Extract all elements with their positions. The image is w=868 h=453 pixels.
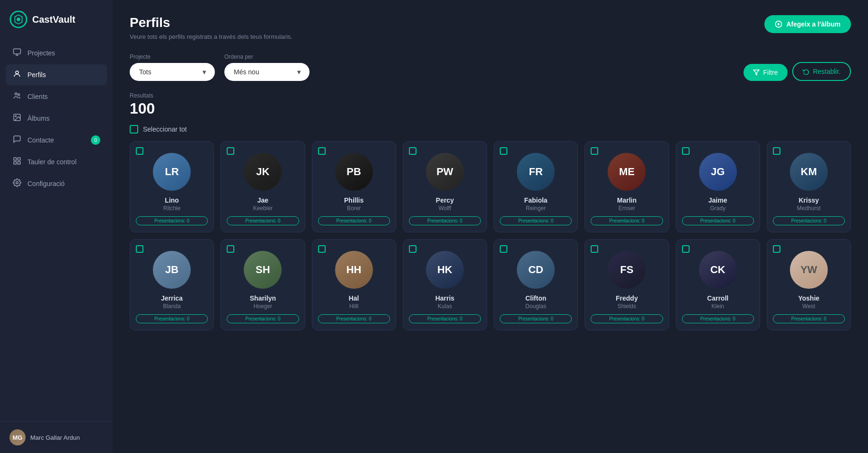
profile-card-checkbox[interactable]: [591, 147, 598, 155]
profile-card-checkbox[interactable]: [773, 147, 780, 155]
sidebar-item-clients[interactable]: Clients: [6, 86, 107, 107]
profile-first-name: Lino: [136, 196, 208, 204]
profile-card[interactable]: PW Percy Wolff Presentacions: 0: [403, 141, 487, 232]
profile-avatar: JG: [699, 153, 737, 191]
projectes-icon: [12, 48, 22, 58]
filter-icon: [753, 69, 760, 76]
logo: CastVault: [0, 0, 113, 39]
reset-button-label: Restablir.: [813, 68, 841, 75]
sidebar-item-projectes[interactable]: Projectes: [6, 43, 107, 63]
profile-card[interactable]: SH Sharilyn Hoeger Presentacions: 0: [221, 239, 305, 330]
add-to-album-button[interactable]: Afegeix a l'àlbum: [764, 15, 851, 33]
profile-card-checkbox[interactable]: [318, 147, 326, 155]
perfils-icon: [12, 70, 22, 80]
profile-card[interactable]: LR Lino Ritchie Presentacions: 0: [130, 141, 214, 232]
profile-first-name: Clifton: [500, 294, 572, 302]
profile-last-name: Wolff: [409, 205, 481, 212]
profile-last-name: Klein: [682, 303, 754, 310]
profile-card-checkbox[interactable]: [591, 245, 598, 253]
sidebar-item-label: Perfils: [27, 71, 46, 79]
profile-first-name: Jaime: [682, 196, 754, 204]
clients-icon: [12, 91, 22, 102]
configuracio-icon: [12, 178, 22, 189]
sidebar-item-label: Àlbums: [27, 115, 50, 122]
profile-card[interactable]: CK Carroll Klein Presentacions: 0: [676, 239, 760, 330]
page-header: Perfils Veure tots els perfils registrat…: [130, 15, 851, 40]
select-all-label: Seleccionar tot: [143, 125, 187, 133]
sidebar-item-label: Clients: [27, 93, 48, 100]
filters-row: Projecte Tots Projecte 1 Projecte 2 ▼ Or…: [130, 53, 851, 81]
profile-card-checkbox[interactable]: [136, 147, 143, 155]
profile-avatar: PW: [426, 153, 464, 191]
profile-card[interactable]: JB Jerrica Blanda Presentacions: 0: [130, 239, 214, 330]
sidebar: CastVault Projectes Perfils Clients Àlbu…: [0, 0, 113, 453]
profile-card[interactable]: FR Fabiola Reinger Presentacions: 0: [494, 141, 578, 232]
svg-point-4: [15, 93, 18, 95]
svg-point-1: [17, 18, 20, 21]
sort-filter-group: Ordena per Més nou Més antic A-Z Z-A ▼: [224, 53, 310, 81]
profile-card-checkbox[interactable]: [409, 147, 416, 155]
profile-card-checkbox[interactable]: [318, 245, 326, 253]
profile-badge: Presentacions: 0: [682, 216, 754, 225]
profile-card[interactable]: HK Harris Kulas Presentacions: 0: [403, 239, 487, 330]
filter-button[interactable]: Filtre: [744, 64, 788, 81]
profile-card-checkbox[interactable]: [227, 147, 234, 155]
profile-card-checkbox[interactable]: [409, 245, 416, 253]
sidebar-item-albums[interactable]: Àlbums: [6, 108, 107, 129]
sidebar-item-label: Projectes: [27, 49, 55, 57]
profile-last-name: Hoeger: [227, 303, 299, 310]
sidebar-item-configuracio[interactable]: Configuració: [6, 173, 107, 194]
sidebar-item-contacte[interactable]: Contacte 0: [6, 130, 107, 151]
profile-card[interactable]: JK Jae Keebler Presentacions: 0: [221, 141, 305, 232]
profile-card-checkbox[interactable]: [500, 245, 507, 253]
profile-card-checkbox[interactable]: [136, 245, 143, 253]
sort-filter-label: Ordena per: [224, 53, 310, 60]
profile-card-checkbox[interactable]: [227, 245, 234, 253]
profile-card-checkbox[interactable]: [682, 245, 690, 253]
user-avatar: MG: [9, 429, 26, 445]
sidebar-item-tauler[interactable]: Tauler de control: [6, 151, 107, 172]
sort-select-wrapper: Més nou Més antic A-Z Z-A ▼: [224, 63, 310, 81]
profile-avatar: SH: [244, 251, 282, 289]
project-filter-label: Projecte: [130, 53, 215, 60]
profile-last-name: Borer: [318, 205, 390, 212]
profile-badge: Presentacions: 0: [136, 314, 208, 323]
profiles-grid: LR Lino Ritchie Presentacions: 0 JK Jae …: [130, 141, 851, 330]
profile-first-name: Sharilyn: [227, 294, 299, 302]
svg-rect-8: [14, 158, 16, 160]
profile-card[interactable]: JG Jaime Grady Presentacions: 0: [676, 141, 760, 232]
profile-first-name: Jae: [227, 196, 299, 204]
profile-card-checkbox[interactable]: [682, 147, 690, 155]
reset-button[interactable]: Restablir.: [792, 62, 851, 81]
profile-card[interactable]: YW Yoshie West Presentacions: 0: [767, 239, 851, 330]
profile-badge: Presentacions: 0: [500, 314, 572, 323]
profile-avatar: CD: [517, 251, 555, 289]
profile-badge: Presentacions: 0: [773, 216, 845, 225]
sidebar-item-perfils[interactable]: Perfils: [6, 64, 107, 85]
profile-first-name: Krissy: [773, 196, 845, 204]
sort-select[interactable]: Més nou Més antic A-Z Z-A: [224, 63, 310, 81]
profile-last-name: West: [773, 303, 845, 310]
profile-card[interactable]: KM Krissy Medhurst Presentacions: 0: [767, 141, 851, 232]
castvault-logo-icon: [9, 10, 27, 28]
profile-card[interactable]: CD Clifton Douglas Presentacions: 0: [494, 239, 578, 330]
select-all-checkbox[interactable]: [130, 125, 138, 133]
profile-card-checkbox[interactable]: [500, 147, 507, 155]
profile-card[interactable]: FS Freddy Shields Presentacions: 0: [585, 239, 669, 330]
page-title: Perfils: [130, 15, 292, 30]
profile-card[interactable]: PB Phillis Borer Presentacions: 0: [312, 141, 396, 232]
profile-badge: Presentacions: 0: [318, 216, 390, 225]
add-button-label: Afegeix a l'àlbum: [786, 20, 841, 28]
profile-card-checkbox[interactable]: [773, 245, 780, 253]
profile-card[interactable]: ME Marlin Ernser Presentacions: 0: [585, 141, 669, 232]
project-select[interactable]: Tots Projecte 1 Projecte 2: [130, 63, 215, 81]
profile-last-name: Keebler: [227, 205, 299, 212]
profile-last-name: Reinger: [500, 205, 572, 212]
profile-first-name: Hal: [318, 294, 390, 302]
profile-first-name: Carroll: [682, 294, 754, 302]
page-title-section: Perfils Veure tots els perfils registrat…: [130, 15, 292, 40]
profile-card[interactable]: HH Hal Hilll Presentacions: 0: [312, 239, 396, 330]
svg-rect-10: [14, 162, 16, 164]
profile-last-name: Ritchie: [136, 205, 208, 212]
profile-first-name: Yoshie: [773, 294, 845, 302]
